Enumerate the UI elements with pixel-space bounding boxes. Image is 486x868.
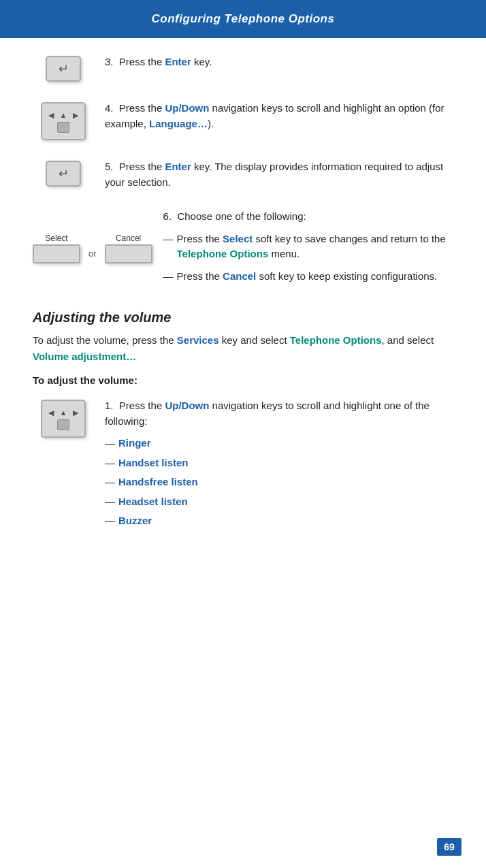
section-title: Adjusting the volume [33,310,453,325]
step-6-text: 6. Choose one of the following: — Press … [152,209,453,291]
step-6-label: Choose one of the following: [177,210,306,222]
cancel-softkey[interactable]: Cancel [105,234,152,263]
step-5-number: 5. [105,161,119,172]
bullet-dash-2: — [163,269,177,285]
page-title: Configuring Telephone Options [14,12,472,26]
vol-options-list: — Ringer — Handset listen — Handsfree li… [105,436,453,529]
or-text: or [86,248,99,259]
step-5-enter-label: Enter [165,161,191,172]
bullet-cancel-content: Press the Cancel soft key to keep existi… [177,269,453,285]
nav-center-key [57,122,69,133]
nav-right-arrow: ▶ [73,111,78,120]
vol-option-handset: — Handset listen [105,455,453,471]
step-4-text: 4. Press the Up/Down navigation keys to … [94,101,453,131]
cancel-softkey-label: Cancel [116,234,141,243]
section-intro: To adjust the volume, press the Services… [33,332,453,365]
nav-key-icon-vol: ◀ ▲ ▶ [41,400,86,438]
vol-step-number: 1. [105,400,119,411]
vol-option-ringer: — Ringer [105,436,453,451]
step-5-icon [33,159,94,187]
nav-left-arrow: ◀ [48,111,54,120]
vol-option-buzzer: — Buzzer [105,513,453,529]
bullet-dash-1: — [163,231,177,247]
vol-nav-center-key [57,419,69,430]
vol-updown-label: Up/Down [165,400,209,411]
section-sub-heading: To adjust the volume: [33,374,453,386]
main-content: 3. Press the Enter key. ◀ ▲ ▶ 4. Press t… [0,38,486,593]
services-keyword: Services [177,334,219,346]
page-number: 69 [437,838,461,856]
step-3-enter-label: Enter [165,56,191,67]
step-3-text: 3. Press the Enter key. [94,54,453,70]
vol-headset-label: Headset listen [118,494,188,510]
step-3-icon [33,54,94,82]
telephone-options-keyword-1: Telephone Options [177,248,269,259]
select-softkey-key[interactable] [33,244,80,263]
select-softkey[interactable]: Select [33,234,80,263]
step-4-language-label: Language… [149,118,208,129]
cancel-keyword: Cancel [223,270,256,282]
bullet-cancel: — Press the Cancel soft key to keep exis… [163,269,453,285]
vol-option-handsfree: — Handsfree listen [105,475,453,490]
bullet-select-content: Press the Select soft key to save change… [177,231,453,262]
nav-key-icon-4: ◀ ▲ ▶ [41,102,86,140]
step-4-number: 4. [105,102,119,114]
vol-ringer-label: Ringer [118,436,151,451]
vol-buzzer-label: Buzzer [118,513,152,529]
select-keyword: Select [223,233,253,244]
step-3-row: 3. Press the Enter key. [33,54,453,82]
step-6-bullets: — Press the Select soft key to save chan… [163,231,453,285]
softkey-row: Select or Cancel [33,234,152,263]
step-6-row: Select or Cancel 6. Choose one of the fo… [33,209,453,291]
page-header: Configuring Telephone Options [0,0,486,38]
vol-step-1-row: ◀ ▲ ▶ 1. Press the Up/Down navigation ke… [33,398,453,533]
enter-key-icon [46,56,81,82]
cancel-softkey-key[interactable] [105,244,152,263]
vol-handsfree-label: Handsfree listen [118,475,198,490]
bullet-select: — Press the Select soft key to save chan… [163,231,453,262]
vol-nav-up: ▲ [60,408,67,417]
vol-handset-label: Handset listen [118,455,189,471]
vol-nav-left: ◀ [48,408,54,417]
nav-up-arrow: ▲ [60,111,67,119]
telephone-options-keyword-2: Telephone Options [290,334,382,346]
vol-step-1-icon: ◀ ▲ ▶ [33,398,94,438]
adjusting-volume-section: Adjusting the volume To adjust the volum… [33,310,453,533]
step-5-row: 5. Press the Enter key. The display prov… [33,159,453,190]
step-4-updown-label: Up/Down [165,102,209,114]
vol-step-1-text: 1. Press the Up/Down navigation keys to … [94,398,453,533]
volume-adjustment-keyword: Volume adjustment… [33,351,136,362]
step-3-number: 3. [105,56,119,67]
step-4-row: ◀ ▲ ▶ 4. Press the Up/Down navigation ke… [33,101,453,140]
step-4-icon: ◀ ▲ ▶ [33,101,94,140]
vol-option-headset: — Headset listen [105,494,453,510]
step-6-icon: Select or Cancel [33,209,152,263]
step-5-text: 5. Press the Enter key. The display prov… [94,159,453,190]
vol-nav-right: ▶ [73,408,78,417]
step-6-number: 6. [163,210,178,222]
select-softkey-label: Select [45,234,67,243]
enter-key-icon-5 [46,161,81,187]
